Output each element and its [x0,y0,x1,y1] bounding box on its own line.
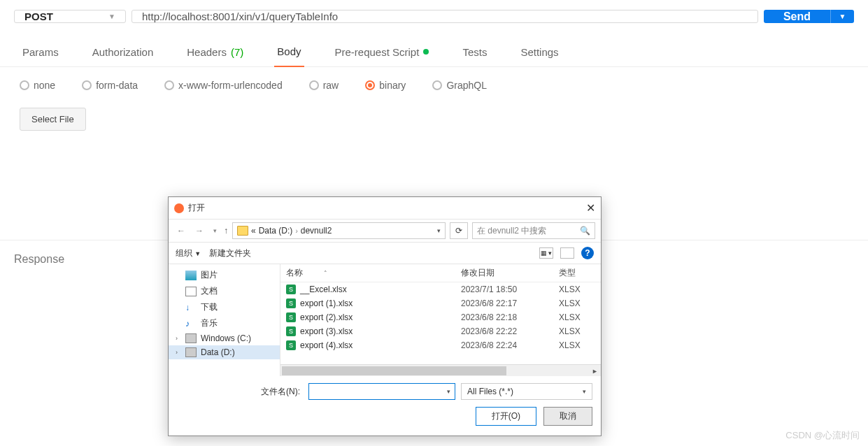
tab-settings[interactable]: Settings [518,38,561,66]
filename-input[interactable]: ▾ [308,383,455,400]
file-filter-select[interactable]: All Files (*.*) ▾ [461,383,592,400]
chevron-down-icon[interactable]: ▾ [447,388,450,395]
col-date[interactable]: 修改日期 [461,267,559,279]
headers-count: (7) [231,46,243,58]
close-icon[interactable]: ✕ [586,201,595,215]
file-list: 名称˄ 修改日期 类型 S__Excel.xlsx2023/7/1 18:50X… [280,264,601,376]
drive-icon [185,347,197,357]
caret-icon: › [176,335,178,342]
preview-pane-icon[interactable] [560,247,574,259]
search-icon: 🔍 [580,226,590,236]
breadcrumb-part[interactable]: devnull2 [301,226,332,236]
bodytype-urlencoded[interactable]: x-www-form-urlencoded [164,80,283,91]
tree-item[interactable]: 文档 [169,283,280,299]
bodytype-none[interactable]: none [20,80,55,91]
folder-tree: 图片文档↓下载♪音乐›Windows (C:)›Data (D:) [169,264,280,376]
chevron-down-icon: ▾ [583,388,586,395]
filename-label: 文件名(N): [177,386,303,398]
send-dropdown[interactable]: ▼ [830,10,854,23]
file-row[interactable]: Sexport (1).xlsx2023/6/8 22:17XLSX [280,296,601,310]
chevron-down-icon[interactable]: ▾ [437,227,441,234]
file-open-dialog: 打开 ✕ ← → ▾ ↑ « Data (D:) › devnull2 ▾ ⟳ … [168,196,602,436]
sort-icon: ˄ [324,270,327,277]
col-type[interactable]: 类型 [559,267,595,279]
file-row[interactable]: S__Excel.xlsx2023/7/1 18:50XLSX [280,282,601,296]
nav-up-icon[interactable]: ↑ [224,226,228,236]
excel-icon: S [286,340,296,350]
file-type: XLSX [559,285,595,294]
url-input[interactable]: http://localhost:8001/xin/v1/queryTableI… [131,10,758,23]
status-dot-icon [423,49,429,55]
bodytype-formdata[interactable]: form-data [82,80,138,91]
tab-tests[interactable]: Tests [460,38,490,66]
horizontal-scrollbar[interactable]: ◄ ► [280,364,601,376]
bodytype-graphql[interactable]: GraphQL [432,80,487,91]
scrollbar-thumb[interactable] [282,366,506,375]
file-row[interactable]: Sexport (4).xlsx2023/6/8 22:24XLSX [280,338,601,352]
select-file-button[interactable]: Select File [20,108,86,131]
http-method-select[interactable]: POST ▼ [14,10,126,23]
send-button[interactable]: Send ▼ [764,10,854,23]
file-date: 2023/6/8 22:24 [461,340,559,350]
dialog-title: 打开 [188,202,205,214]
excel-icon: S [286,298,296,308]
tree-item[interactable]: ♪音乐 [169,315,280,331]
tab-body[interactable]: Body [274,38,304,67]
organize-menu[interactable]: 组织 ▼ [176,247,201,259]
tab-params[interactable]: Params [20,38,62,66]
tree-item[interactable]: 图片 [169,267,280,283]
tab-authorization[interactable]: Authorization [90,38,157,66]
open-button[interactable]: 打开(O) [476,407,536,426]
tree-item-label: 图片 [201,269,218,281]
radio-icon [20,80,29,90]
breadcrumb-part[interactable]: Data (D:) [259,226,293,236]
tree-item[interactable]: ›Windows (C:) [169,331,280,345]
bodytype-binary[interactable]: binary [365,80,406,91]
body-type-selector: none form-data x-www-form-urlencoded raw… [0,67,868,103]
scroll-right-icon[interactable]: ► [589,365,601,376]
tree-item-label: Windows (C:) [201,333,251,343]
file-name: export (4).xlsx [300,340,353,350]
col-name[interactable]: 名称 [286,267,303,279]
app-icon [174,203,184,213]
dialog-nav: ← → ▾ ↑ « Data (D:) › devnull2 ▾ ⟳ 在 dev… [169,219,601,243]
caret-down-icon: ▼ [194,250,201,257]
file-date: 2023/6/8 22:18 [461,312,559,322]
tree-item[interactable]: ↓下载 [169,299,280,315]
radio-icon [82,80,92,90]
tab-headers[interactable]: Headers (7) [184,38,246,66]
document-icon [185,287,197,296]
view-options-icon[interactable]: ▦ ▾ [539,247,553,259]
search-placeholder: 在 devnull2 中搜索 [477,225,546,237]
nav-forward-icon[interactable]: → [192,224,206,237]
nav-back-icon[interactable]: ← [174,224,188,237]
bodytype-raw[interactable]: raw [309,80,339,91]
breadcrumb[interactable]: « Data (D:) › devnull2 ▾ [232,222,446,239]
folder-icon [237,226,248,236]
excel-icon: S [286,285,296,294]
help-icon[interactable]: ? [581,247,594,259]
dialog-footer: 文件名(N): ▾ All Files (*.*) ▾ 打开(O) 取消 [169,376,601,436]
dialog-toolbar: 组织 ▼ 新建文件夹 ▦ ▾ ? [169,243,601,264]
chevron-down-icon[interactable]: ▾ [211,226,220,236]
search-input[interactable]: 在 devnull2 中搜索 🔍 [472,222,595,239]
file-type: XLSX [559,340,595,350]
cancel-button[interactable]: 取消 [543,407,592,426]
refresh-icon[interactable]: ⟳ [450,222,468,239]
tree-item-label: 文档 [201,285,218,297]
drive-icon [185,333,197,343]
send-label: Send [764,10,830,23]
tree-item-label: 下载 [201,301,218,313]
caret-down-icon: ▼ [108,13,115,20]
tree-item[interactable]: ›Data (D:) [169,345,280,359]
new-folder-button[interactable]: 新建文件夹 [209,247,251,259]
file-row[interactable]: Sexport (3).xlsx2023/6/8 22:22XLSX [280,324,601,338]
file-row[interactable]: Sexport (2).xlsx2023/6/8 22:18XLSX [280,310,601,324]
tab-prerequest[interactable]: Pre-request Script [332,38,432,66]
file-name: __Excel.xlsx [300,285,347,294]
file-list-header: 名称˄ 修改日期 类型 [280,264,601,282]
radio-icon [309,80,319,90]
http-method-value: POST [24,10,53,22]
file-type: XLSX [559,326,595,336]
file-name: export (1).xlsx [300,298,353,308]
